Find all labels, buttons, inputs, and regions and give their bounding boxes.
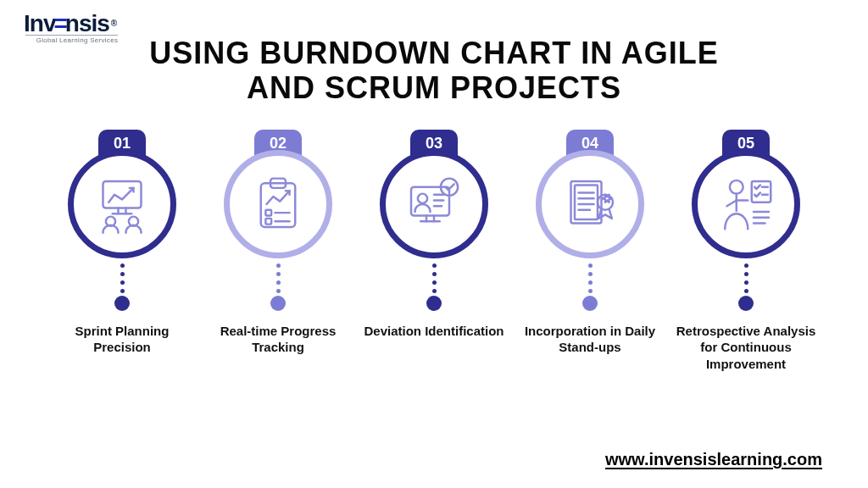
step-icon-circle: [68, 150, 176, 258]
connector-end-dot: [270, 296, 286, 311]
brand-wordmark: Inv = nsis ®: [24, 12, 116, 36]
connector-end-dot: [582, 296, 598, 311]
step-label: Incorporation in Daily Stand-ups: [519, 323, 661, 374]
step-connector: [270, 263, 286, 311]
svg-rect-29: [752, 181, 771, 202]
clipboard-chart-icon: [248, 174, 309, 235]
step-icon-circle: [224, 150, 332, 258]
website-link[interactable]: www.invensislearning.com: [605, 450, 822, 469]
title-line-1: USING BURNDOWN CHART IN AGILE: [149, 36, 719, 70]
step-icon-circle: [536, 150, 644, 258]
step-connector: [582, 263, 598, 311]
step-03: 03 Deviation Identification: [363, 130, 505, 374]
svg-rect-10: [265, 219, 271, 225]
brand-tagline: Global Learning Services: [25, 35, 118, 44]
step-02: 02 Real-time Progress Tracking: [207, 130, 349, 374]
registered-mark: ®: [111, 19, 116, 28]
connector-end-dot: [738, 296, 754, 311]
svg-point-16: [418, 193, 427, 202]
step-01: 01 Sprint Planning Precision: [51, 130, 193, 374]
step-label: Sprint Planning Precision: [51, 323, 193, 374]
svg-rect-0: [103, 181, 142, 208]
svg-rect-8: [265, 210, 271, 216]
page-title: USING BURNDOWN CHART IN AGILE AND SCRUM …: [27, 36, 841, 106]
step-connector: [426, 263, 442, 311]
step-icon-circle: [380, 150, 488, 258]
steps-row: 01 Sprint Planning Precision 02: [27, 106, 841, 374]
step-connector: [738, 263, 754, 311]
monitor-profile-check-icon: [403, 174, 465, 235]
title-line-2: AND SCRUM PROJECTS: [247, 70, 621, 105]
document-badge-icon: [559, 174, 620, 235]
step-label: Real-time Progress Tracking: [207, 323, 349, 374]
svg-point-28: [730, 180, 743, 194]
step-05: 05 Retrospective Analysis for Continuous…: [675, 130, 817, 374]
step-label: Retrospective Analysis for Continuous Im…: [675, 323, 817, 374]
connector-end-dot: [114, 296, 130, 311]
person-checklist-icon: [715, 174, 776, 235]
step-04: 04 Incorporation in Daily Stand-ups: [519, 130, 661, 374]
step-label: Deviation Identification: [364, 323, 504, 374]
presentation-team-icon: [92, 174, 153, 235]
step-connector: [114, 263, 130, 311]
connector-end-dot: [426, 296, 442, 311]
svg-rect-22: [575, 185, 598, 219]
brand-logo: Inv = nsis ® Global Learning Services: [24, 12, 116, 44]
brand-text-right: nsis: [65, 12, 109, 36]
brand-text-left: Inv: [24, 12, 55, 36]
step-icon-circle: [692, 150, 800, 258]
